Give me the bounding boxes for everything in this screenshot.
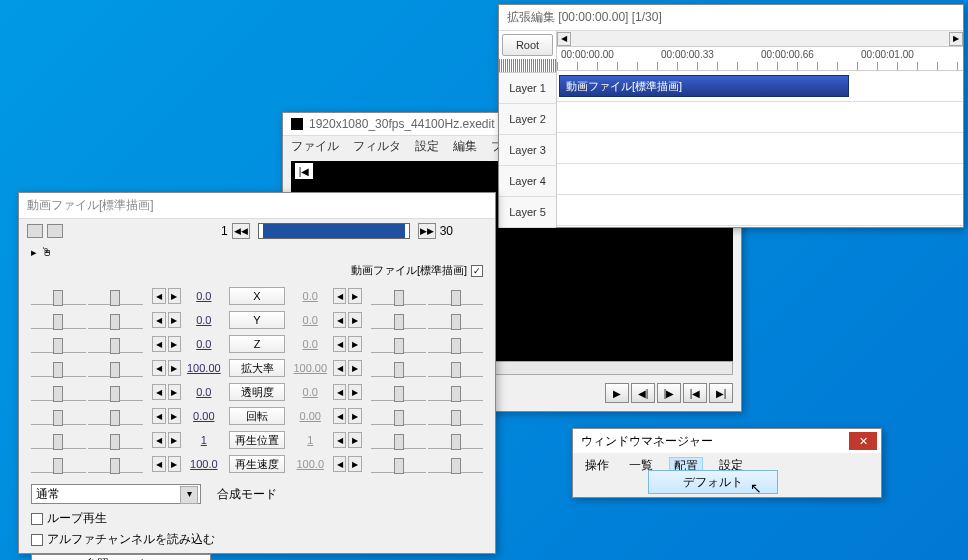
- param-slider-right[interactable]: [371, 311, 426, 329]
- param-value-right[interactable]: 1: [289, 434, 331, 446]
- param-slider-left2[interactable]: [88, 407, 143, 425]
- param-value-left[interactable]: 1: [183, 434, 225, 446]
- param-slider-right2[interactable]: [428, 287, 483, 305]
- seek-end-icon[interactable]: ▶▶: [418, 223, 436, 239]
- param-value-left[interactable]: 100.0: [183, 458, 225, 470]
- video-clip[interactable]: 動画ファイル[標準描画]: [559, 75, 849, 97]
- spin-right-icon[interactable]: ▶: [168, 336, 181, 352]
- step-fwd-button[interactable]: |▶: [657, 383, 681, 403]
- layer-label[interactable]: Layer 1: [499, 73, 556, 104]
- go-start-button[interactable]: |◀: [683, 383, 707, 403]
- param-name-button[interactable]: Y: [229, 311, 286, 329]
- param-name-button[interactable]: Z: [229, 335, 286, 353]
- spin-left-icon[interactable]: ◀: [152, 288, 165, 304]
- param-value-right[interactable]: 0.00: [289, 410, 331, 422]
- param-name-button[interactable]: 透明度: [229, 383, 286, 401]
- spin-right-icon[interactable]: ▶: [168, 432, 181, 448]
- param-value-left[interactable]: 0.0: [183, 386, 225, 398]
- wm-titlebar[interactable]: ウィンドウマネージャー ✕: [573, 429, 881, 453]
- spin-right-icon[interactable]: ▶: [348, 456, 361, 472]
- wm-menu-item[interactable]: 操作: [581, 457, 613, 476]
- param-slider-left[interactable]: [31, 383, 86, 401]
- param-value-left[interactable]: 0.0: [183, 290, 225, 302]
- close-button[interactable]: ✕: [849, 432, 877, 450]
- spin-right-icon[interactable]: ▶: [168, 360, 181, 376]
- param-slider-left2[interactable]: [88, 311, 143, 329]
- param-slider-right[interactable]: [371, 407, 426, 425]
- param-slider-left[interactable]: [31, 455, 86, 473]
- layer-label[interactable]: Layer 5: [499, 197, 556, 228]
- track-row[interactable]: 動画ファイル[標準描画]: [557, 71, 963, 102]
- spin-right-icon[interactable]: ▶: [348, 336, 361, 352]
- param-slider-left2[interactable]: [88, 431, 143, 449]
- param-slider-right[interactable]: [371, 335, 426, 353]
- track-row[interactable]: [557, 195, 963, 226]
- param-slider-left2[interactable]: [88, 335, 143, 353]
- param-slider-right2[interactable]: [428, 335, 483, 353]
- param-value-left[interactable]: 0.00: [183, 410, 225, 422]
- spin-left-icon[interactable]: ◀: [333, 336, 346, 352]
- param-name-button[interactable]: 回転: [229, 407, 286, 425]
- param-slider-right2[interactable]: [428, 359, 483, 377]
- scroll-right-icon[interactable]: ▶: [949, 32, 963, 46]
- spin-right-icon[interactable]: ▶: [168, 456, 181, 472]
- spin-left-icon[interactable]: ◀: [152, 336, 165, 352]
- root-button[interactable]: Root: [502, 34, 553, 56]
- spin-left-icon[interactable]: ◀: [152, 312, 165, 328]
- param-slider-left[interactable]: [31, 335, 86, 353]
- param-slider-right[interactable]: [371, 287, 426, 305]
- spin-right-icon[interactable]: ▶: [348, 384, 361, 400]
- spin-right-icon[interactable]: ▶: [348, 408, 361, 424]
- layer-label[interactable]: Layer 3: [499, 135, 556, 166]
- menu-edit[interactable]: 編集: [453, 138, 477, 155]
- spin-right-icon[interactable]: ▶: [168, 312, 181, 328]
- caret-icon[interactable]: ▸: [31, 246, 37, 259]
- param-slider-left2[interactable]: [88, 383, 143, 401]
- param-slider-left[interactable]: [31, 359, 86, 377]
- param-name-button[interactable]: 再生速度: [229, 455, 286, 473]
- scroll-left-icon[interactable]: ◀: [557, 32, 571, 46]
- param-value-right[interactable]: 0.0: [289, 314, 331, 326]
- spin-right-icon[interactable]: ▶: [168, 288, 181, 304]
- param-name-button[interactable]: X: [229, 287, 286, 305]
- layer-label[interactable]: Layer 2: [499, 104, 556, 135]
- layer-label[interactable]: Layer 4: [499, 166, 556, 197]
- spin-left-icon[interactable]: ◀: [333, 312, 346, 328]
- spin-left-icon[interactable]: ◀: [333, 288, 346, 304]
- spin-left-icon[interactable]: ◀: [152, 408, 165, 424]
- seek-start-icon[interactable]: ◀◀: [232, 223, 250, 239]
- param-slider-left2[interactable]: [88, 359, 143, 377]
- menu-settings[interactable]: 設定: [415, 138, 439, 155]
- track-row[interactable]: [557, 164, 963, 195]
- mouse-icon[interactable]: 🖱: [41, 245, 53, 259]
- spin-left-icon[interactable]: ◀: [333, 408, 346, 424]
- spin-right-icon[interactable]: ▶: [348, 432, 361, 448]
- tool-icon[interactable]: [27, 224, 43, 238]
- play-button[interactable]: ▶: [605, 383, 629, 403]
- spin-left-icon[interactable]: ◀: [152, 432, 165, 448]
- param-value-left[interactable]: 0.0: [183, 314, 225, 326]
- param-slider-left2[interactable]: [88, 455, 143, 473]
- param-slider-left[interactable]: [31, 287, 86, 305]
- menu-file[interactable]: ファイル: [291, 138, 339, 155]
- track-row[interactable]: [557, 133, 963, 164]
- track-row[interactable]: [557, 102, 963, 133]
- spin-left-icon[interactable]: ◀: [152, 384, 165, 400]
- param-slider-left[interactable]: [31, 311, 86, 329]
- blend-mode-select[interactable]: 通常: [31, 484, 201, 504]
- step-back-button[interactable]: ◀|: [631, 383, 655, 403]
- timeline-titlebar[interactable]: 拡張編集 [00:00:00.00] [1/30]: [499, 5, 963, 31]
- spin-right-icon[interactable]: ▶: [348, 360, 361, 376]
- spin-left-icon[interactable]: ◀: [152, 360, 165, 376]
- spin-left-icon[interactable]: ◀: [152, 456, 165, 472]
- param-slider-right[interactable]: [371, 431, 426, 449]
- param-slider-right2[interactable]: [428, 431, 483, 449]
- filter-enable-checkbox[interactable]: ✓: [471, 265, 483, 277]
- tool-icon[interactable]: [47, 224, 63, 238]
- alpha-checkbox[interactable]: [31, 534, 43, 546]
- reference-file-button[interactable]: 参照ファイル: [31, 554, 211, 560]
- spin-left-icon[interactable]: ◀: [333, 432, 346, 448]
- param-value-right[interactable]: 0.0: [289, 338, 331, 350]
- param-value-right[interactable]: 100.00: [289, 362, 331, 374]
- param-slider-right2[interactable]: [428, 407, 483, 425]
